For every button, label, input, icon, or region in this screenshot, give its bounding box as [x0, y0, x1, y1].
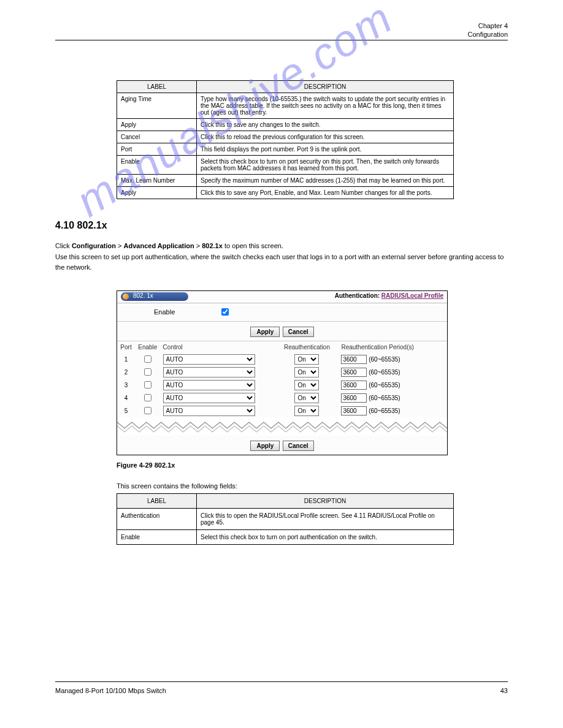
t1-r5-label: Max. Learn Number	[117, 175, 197, 187]
enable-label: Enable	[154, 308, 175, 316]
ss-port-row: 4AUTOOn (60~65535)	[117, 392, 447, 404]
t1-r0-desc: Type how many seconds (10-65535.) the sw…	[197, 93, 454, 119]
ss-port-num: 2	[117, 366, 135, 379]
t1-r3-desc: This field displays the port number. Por…	[197, 143, 454, 156]
top-rule	[55, 40, 508, 40]
ss-port-enable-checkbox[interactable]	[144, 394, 151, 401]
t2-r1-label: Enable	[117, 529, 197, 544]
t2-r0-desc: Click this to open the RADIUS/Local Prof…	[197, 508, 454, 529]
ss-bottom-buttons: Apply Cancel	[117, 436, 447, 455]
apply-button-top[interactable]: Apply	[250, 327, 280, 337]
ss-title-pill: 802. 1x	[121, 292, 188, 301]
ss-period-range: (60~65535)	[369, 395, 400, 401]
ss-header: 802. 1x Authentication: RADIUS/Local Pro…	[117, 291, 447, 303]
ss-control-select[interactable]: AUTO	[163, 354, 255, 365]
footer-product: Managed 8-Port 10/100 Mbps Switch	[55, 687, 166, 694]
footer-page-number: 43	[500, 687, 508, 694]
pill-dot-icon	[123, 294, 129, 300]
cancel-button-bottom[interactable]: Cancel	[283, 441, 314, 451]
table-row: EnableSelect this check box to turn on p…	[117, 156, 454, 175]
table-row: AuthenticationClick this to open the RAD…	[117, 508, 454, 529]
ss-period-input[interactable]	[341, 393, 367, 403]
t1-r6-desc: Click this to save any Port, Enable, and…	[197, 187, 454, 199]
t1-r2-desc: Click this to reload the previous config…	[197, 131, 454, 143]
table-row: Aging TimeType how many seconds (10-6553…	[117, 93, 454, 119]
ss-port-num: 5	[117, 404, 135, 417]
screenshot-8021x: 802. 1x Authentication: RADIUS/Local Pro…	[117, 290, 448, 455]
ss-period-range: (60~65535)	[369, 382, 400, 389]
ss-period-input[interactable]	[341, 368, 367, 377]
ss-title-text: 802. 1x	[133, 292, 153, 299]
para2: Use this screen to set up port authentic…	[55, 253, 504, 271]
t1-r2-label: Cancel	[117, 131, 197, 143]
chapter-number: Chapter 4	[478, 22, 508, 29]
ss-port-table: Port Enable Control Reauthentication Rea…	[117, 341, 447, 417]
ss-reauth-select[interactable]: On	[294, 393, 319, 403]
t1-head-desc: DESCRIPTION	[197, 81, 454, 93]
table-row: CancelClick this to reload the previous …	[117, 131, 454, 143]
para1-mid2: >	[194, 242, 202, 249]
ss-period-range: (60~65535)	[369, 356, 400, 363]
apply-button-bottom[interactable]: Apply	[250, 441, 280, 451]
ss-reauth-select[interactable]: On	[294, 380, 319, 390]
ss-top-buttons: Apply Cancel	[117, 322, 447, 341]
cancel-button-top[interactable]: Cancel	[283, 327, 314, 337]
ss-port-row: 2AUTOOn (60~65535)	[117, 366, 447, 379]
para1-suffix: to open this screen.	[223, 242, 283, 249]
ss-reauth-select[interactable]: On	[294, 367, 319, 377]
ss-port-enable-checkbox[interactable]	[144, 381, 151, 389]
ss-port-row: 5AUTOOn (60~65535)	[117, 404, 447, 417]
ss-control-select[interactable]: AUTO	[163, 367, 255, 377]
t1-r4-label: Enable	[117, 156, 197, 175]
t2-head-desc: DESCRIPTION	[197, 493, 454, 508]
ss-period-input[interactable]	[341, 381, 367, 390]
para1-b3: 802.1x	[202, 242, 223, 249]
ss-period-range: (60~65535)	[369, 369, 400, 376]
ss-control-select[interactable]: AUTO	[163, 406, 255, 416]
para1-mid: >	[116, 242, 124, 249]
t1-r0-label: Aging Time	[117, 93, 197, 119]
col-control: Control	[161, 341, 275, 353]
ss-port-enable-checkbox[interactable]	[144, 368, 151, 376]
table-row: ApplyClick this to save any changes to t…	[117, 119, 454, 131]
t1-r4-desc: Select this check box to turn on port se…	[197, 156, 454, 175]
para1-b2: Advanced Application	[124, 242, 194, 249]
table-row: ApplyClick this to save any Port, Enable…	[117, 187, 454, 199]
ss-control-select[interactable]: AUTO	[163, 393, 255, 403]
table2-intro: This screen contains the following field…	[117, 482, 508, 490]
enable-checkbox[interactable]	[221, 308, 229, 316]
para1-prefix: Click	[55, 242, 72, 249]
col-reauth: Reauthentication	[275, 341, 339, 353]
torn-edge-icon	[117, 417, 447, 436]
para1-b1: Configuration	[72, 242, 116, 249]
ss-port-row: 1AUTOOn (60~65535)	[117, 353, 447, 366]
chapter-title: Configuration	[468, 31, 508, 38]
radius-local-profile-link[interactable]: RADIUS/Local Profile	[381, 292, 443, 299]
t2-r0-label: Authentication	[117, 508, 197, 529]
ss-port-num: 3	[117, 379, 135, 392]
auth-label: Authentication:	[335, 292, 381, 299]
ss-enable-row: Enable	[117, 303, 447, 322]
table-row: PortThis field displays the port number.…	[117, 143, 454, 156]
ss-port-num: 1	[117, 353, 135, 366]
col-enable: Enable	[135, 341, 161, 353]
figure-caption: Figure 4-29 802.1x	[117, 461, 508, 469]
ss-period-input[interactable]	[341, 355, 367, 364]
t1-r5-desc: Specify the maximum number of MAC addres…	[197, 175, 454, 187]
ss-port-row: 3AUTOOn (60~65535)	[117, 379, 447, 392]
ss-port-enable-checkbox[interactable]	[144, 355, 151, 363]
ss-reauth-select[interactable]: On	[294, 354, 319, 365]
t1-r1-desc: Click this to save any changes to the sw…	[197, 119, 454, 131]
t1-head-label: LABEL	[117, 81, 197, 93]
t2-r1-desc: Select this check box to turn on port au…	[197, 529, 454, 544]
section-body: Click Configuration > Advanced Applicati…	[55, 241, 508, 273]
ss-reauth-select[interactable]: On	[294, 406, 319, 416]
ss-period-input[interactable]	[341, 406, 367, 415]
t1-r1-label: Apply	[117, 119, 197, 131]
t1-r3-label: Port	[117, 143, 197, 156]
ss-port-enable-checkbox[interactable]	[144, 407, 151, 414]
labels-table-2: LABEL DESCRIPTION AuthenticationClick th…	[117, 493, 454, 545]
ss-period-range: (60~65535)	[369, 408, 400, 414]
t2-head-label: LABEL	[117, 493, 197, 508]
ss-control-select[interactable]: AUTO	[163, 380, 255, 390]
